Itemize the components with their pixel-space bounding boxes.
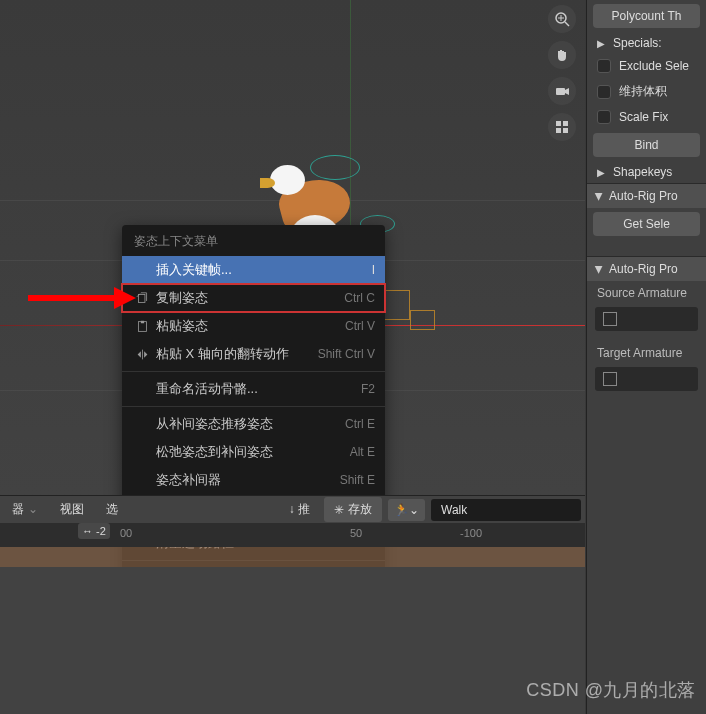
menu-item[interactable]: 复制姿态Ctrl C — [122, 284, 385, 312]
menu-item-shortcut: Ctrl E — [345, 417, 375, 431]
svg-rect-6 — [563, 121, 568, 126]
panel-header-autorig2[interactable]: ▶Auto-Rig Pro — [587, 256, 706, 281]
menu-item[interactable]: 重命名活动骨骼...F2 — [122, 375, 385, 403]
menu-item-label: 插入关键帧... — [156, 261, 372, 279]
menu-item-label: 重命名活动骨骼... — [156, 380, 361, 398]
menu-item-shortcut: Shift E — [340, 473, 375, 487]
timeline-track[interactable] — [0, 547, 585, 567]
scrub-handle[interactable]: ↔ -2 — [78, 523, 110, 539]
action-browse-button[interactable]: 🏃⌄ — [388, 499, 425, 521]
character-beak — [260, 178, 275, 188]
ruler-tick: 00 — [120, 527, 132, 539]
target-armature-field[interactable] — [595, 367, 698, 391]
check-label: 维持体积 — [619, 83, 667, 100]
exclude-select-checkbox[interactable]: Exclude Sele — [587, 54, 706, 78]
menu-item-label: 粘贴姿态 — [156, 317, 345, 335]
menu-item[interactable]: 姿态补间器Shift E — [122, 466, 385, 494]
rig-control[interactable] — [410, 310, 435, 330]
specials-row[interactable]: ▶Specials: — [587, 32, 706, 54]
target-armature-label: Target Armature — [587, 341, 706, 365]
svg-rect-5 — [556, 121, 561, 126]
object-icon — [603, 312, 617, 326]
check-label: Scale Fix — [619, 110, 668, 124]
menu-item[interactable]: 粘贴 X 轴向的翻转动作Shift Ctrl V — [122, 340, 385, 368]
menu-item-shortcut: F2 — [361, 382, 375, 396]
panel-header-autorig1[interactable]: ▶Auto-Rig Pro — [587, 183, 706, 208]
timeline-header: 器 视图 选 ↓ 推 ✳存放 🏃⌄ Walk — [0, 495, 585, 523]
menu-item[interactable]: 插入关键帧...I — [122, 256, 385, 284]
menu-view[interactable]: 视图 — [52, 498, 92, 521]
bind-button[interactable]: Bind — [593, 133, 700, 157]
editor-type-dropdown[interactable]: 器 — [4, 498, 46, 521]
menu-item[interactable]: 粘贴姿态Ctrl V — [122, 312, 385, 340]
menu-item-shortcut: I — [372, 263, 375, 277]
menu-item-shortcut: Shift Ctrl V — [318, 347, 375, 361]
timeline-ruler[interactable]: ↔ -2 00 -100 -50 50 — [0, 523, 585, 547]
menu-item-label: 从补间姿态推移姿态 — [156, 415, 345, 433]
specials-label: Specials: — [613, 36, 662, 50]
camera-icon[interactable] — [548, 77, 576, 105]
chevron-down-icon: ▶ — [594, 192, 605, 200]
scale-fix-checkbox[interactable]: Scale Fix — [587, 105, 706, 129]
svg-rect-8 — [563, 128, 568, 133]
menu-item-shortcut: Ctrl V — [345, 319, 375, 333]
scrub-icon: ↔ — [82, 525, 93, 537]
annotation-arrow — [28, 295, 118, 301]
flip-icon — [132, 348, 152, 361]
menu-item-label: 松弛姿态到补间姿态 — [156, 443, 350, 461]
chevron-down-icon: ▶ — [594, 265, 605, 273]
push-label: 推 — [298, 502, 310, 516]
object-icon — [603, 372, 617, 386]
svg-rect-9 — [138, 294, 145, 302]
shapekeys-row[interactable]: ▶Shapekeys — [587, 161, 706, 183]
menu-item[interactable]: 松弛姿态到补间姿态Alt E — [122, 438, 385, 466]
action-name-input[interactable]: Walk — [431, 499, 581, 521]
menu-separator — [122, 371, 385, 372]
svg-rect-11 — [140, 320, 143, 322]
check-label: Exclude Sele — [619, 59, 689, 73]
chevron-right-icon: ▶ — [597, 167, 605, 178]
maintain-volume-checkbox[interactable]: 维持体积 — [587, 78, 706, 105]
source-armature-label: Source Armature — [587, 281, 706, 305]
frame-value: -2 — [96, 525, 106, 537]
menu-separator — [122, 406, 385, 407]
svg-line-1 — [565, 22, 569, 26]
push-down-button[interactable]: ↓ 推 — [281, 498, 318, 521]
polycount-button[interactable]: Polycount Th — [593, 4, 700, 28]
character-head — [270, 165, 305, 195]
paste-icon — [132, 320, 152, 333]
zoom-icon[interactable] — [548, 5, 576, 33]
view-tools — [548, 5, 576, 141]
header-label: Auto-Rig Pro — [609, 189, 678, 203]
ruler-tick: 50 — [350, 527, 362, 539]
side-panel: Polycount Th ▶Specials: Exclude Sele 维持体… — [586, 0, 706, 714]
menu-item-label: 复制姿态 — [156, 289, 344, 307]
svg-rect-4 — [556, 88, 565, 95]
menu-item-label: 粘贴 X 轴向的翻转动作 — [156, 345, 318, 363]
stash-label: 存放 — [348, 501, 372, 518]
menu-title: 姿态上下文菜单 — [122, 227, 385, 256]
hand-icon[interactable] — [548, 41, 576, 69]
shapekeys-label: Shapekeys — [613, 165, 672, 179]
menu-select[interactable]: 选 — [98, 498, 126, 521]
menu-item[interactable]: 从补间姿态推移姿态Ctrl E — [122, 410, 385, 438]
header-label: Auto-Rig Pro — [609, 262, 678, 276]
menu-item-shortcut: Alt E — [350, 445, 375, 459]
ruler-tick: -100 — [460, 527, 482, 539]
menu-item-label: 姿态补间器 — [156, 471, 340, 489]
rig-control[interactable] — [310, 155, 360, 180]
chevron-right-icon: ▶ — [597, 38, 605, 49]
timeline-area[interactable] — [0, 567, 585, 714]
get-select-button[interactable]: Get Sele — [593, 212, 700, 236]
snowflake-icon: ✳ — [334, 503, 344, 517]
source-armature-field[interactable] — [595, 307, 698, 331]
stash-button[interactable]: ✳存放 — [324, 497, 382, 522]
svg-rect-7 — [556, 128, 561, 133]
watermark: CSDN @九月的北落 — [526, 678, 696, 702]
menu-item-shortcut: Ctrl C — [344, 291, 375, 305]
grid-icon[interactable] — [548, 113, 576, 141]
